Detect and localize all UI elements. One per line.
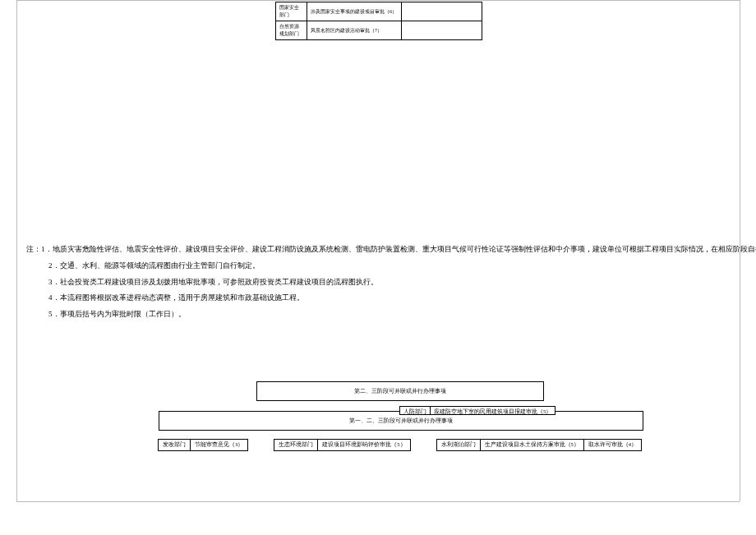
dept-items-table: 发改部门 节能审查意见（3） 生态环境部门 建设项目环境影响评价审批（5） 水利… xyxy=(158,439,642,451)
note-item: 注：1．地质灾害危险性评估、地震安全性评价、建设项目安全评价、建设工程消防设施及… xyxy=(26,242,756,258)
notes-section: 注：1．地质灾害危险性评估、地震安全性评价、建设项目安全评价、建设工程消防设施及… xyxy=(26,242,756,323)
note-item: 4．本流程图将根据改革进程动态调整，适用于房屋建筑和市政基础设施工程。 xyxy=(26,290,756,307)
blank-cell xyxy=(402,21,482,40)
dept-cell: 国家安全部门 xyxy=(276,2,307,21)
top-approval-table: 国家安全部门 涉及国家安全事项的建设项目审批（6） 自然资源规划部门 风景名胜区… xyxy=(275,2,482,40)
table-row: 发改部门 节能审查意见（3） 生态环境部门 建设项目环境影响评价审批（5） 水利… xyxy=(159,440,642,451)
dept-cell: 自然资源规划部门 xyxy=(276,21,307,40)
stage-box-23: 第二、三阶段可并联或并行办理事项 xyxy=(256,381,544,401)
note-item: 3．社会投资类工程建设项目涉及划拨用地审批事项，可参照政府投资类工程建设项目的流… xyxy=(26,274,756,291)
overlap-dept-cell: 人防部门 xyxy=(399,406,431,415)
stage-box-label: 第二、三阶段可并联或并行办理事项 xyxy=(354,387,446,395)
item-cell: 取水许可审批（4） xyxy=(583,440,641,451)
dept-cell: 水利湖泊部门 xyxy=(436,440,480,451)
overlap-item-cell: 应建防空地下室的民用建筑项目报建审批（5） xyxy=(431,406,555,415)
gap-cell xyxy=(248,440,274,451)
notes-label: 注： xyxy=(26,242,41,258)
note-item: 2．交通、水利、能源等领域的流程图由行业主管部门自行制定。 xyxy=(26,258,756,274)
item-cell: 节能审查意见（3） xyxy=(191,440,248,451)
dept-cell: 生态环境部门 xyxy=(274,440,318,451)
note-text: 1．地质灾害危险性评估、地震安全性评价、建设项目安全评价、建设工程消防设施及系统… xyxy=(41,245,756,253)
page-frame-top xyxy=(16,0,740,1)
blank-cell xyxy=(402,2,482,21)
note-item: 5．事项后括号内为审批时限（工作日）。 xyxy=(26,307,756,323)
item-cell: 生产建设项目水土保持方案审批（5） xyxy=(480,440,583,451)
item-cell: 涉及国家安全事项的建设项目审批（6） xyxy=(307,2,402,21)
table-row: 自然资源规划部门 风景名胜区内建设活动审批（7） xyxy=(276,21,482,40)
item-cell: 建设项目环境影响评价审批（5） xyxy=(318,440,410,451)
page-frame-left xyxy=(16,0,17,501)
gap-cell xyxy=(410,440,436,451)
table-row: 国家安全部门 涉及国家安全事项的建设项目审批（6） xyxy=(276,2,482,21)
page-frame-bottom xyxy=(16,501,740,502)
stage-box-label: 第一、二、三阶段可并联或并行办理事项 xyxy=(349,417,453,425)
overlap-group: 人防部门 应建防空地下室的民用建筑项目报建审批（5） xyxy=(399,406,555,415)
item-cell: 风景名胜区内建设活动审批（7） xyxy=(307,21,402,40)
dept-cell: 发改部门 xyxy=(159,440,191,451)
